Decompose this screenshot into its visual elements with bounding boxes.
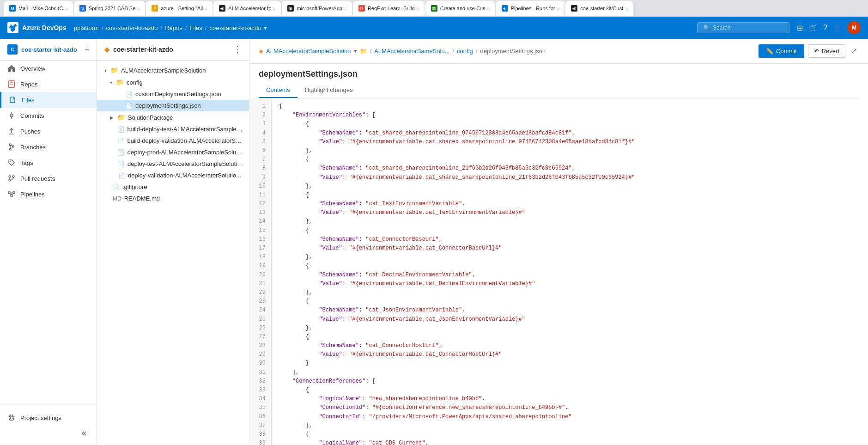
file-icon: 📄 bbox=[118, 126, 125, 133]
nav-item-project-settings[interactable]: Project settings bbox=[0, 410, 97, 426]
tree-item-alm-folder[interactable]: ▾ 📁 ALMAcceleratorSampleSolution bbox=[97, 64, 249, 76]
tab-pipelines[interactable]: ◈ Pipelines - Runs for... bbox=[496, 1, 565, 16]
file-icon: MD bbox=[113, 195, 121, 202]
chevron-right-icon: ▶ bbox=[110, 115, 114, 120]
cart-icon[interactable]: 🛒 bbox=[808, 24, 818, 32]
user-settings-icon[interactable]: 👤 bbox=[833, 24, 842, 32]
nav-item-tags[interactable]: Tags bbox=[0, 155, 97, 171]
file-icon: 📄 bbox=[118, 149, 125, 156]
tree-label-deploy-test: deploy-test-ALMAcceleratorSampleSolution… bbox=[127, 160, 243, 167]
user-avatar[interactable]: M bbox=[848, 21, 861, 34]
file-icon: 📄 bbox=[126, 103, 133, 109]
collapse-icon bbox=[81, 429, 89, 438]
breadcrumb-dropdown-icon[interactable]: ▾ bbox=[354, 48, 357, 55]
nav-label-commits: Commits bbox=[20, 112, 44, 119]
nav-label-files: Files bbox=[22, 97, 34, 104]
breadcrumb-subsection[interactable]: Files bbox=[189, 24, 202, 31]
tab-spring[interactable]: S Spring 2021 CAB Se... bbox=[74, 1, 146, 16]
breadcrumb-path1[interactable]: ALMAcceleratorSameSolu... bbox=[374, 48, 449, 55]
code-editor[interactable]: 1234567891011121314151617181920212223242… bbox=[249, 98, 868, 445]
breadcrumb-project[interactable]: coe-starter-kit-azdo bbox=[106, 24, 158, 31]
nav-item-pullrequests[interactable]: Pull requests bbox=[0, 171, 97, 186]
tree-item-build-deploy-validation[interactable]: 📄 build-deploy-validation-ALMAccelerator… bbox=[97, 135, 249, 146]
tree-item-deploy-validation[interactable]: 📄 deploy-validation-ALMAcceleratorSoluti… bbox=[97, 170, 249, 181]
breadcrumb-repo-link[interactable]: ALMAcceleratorSampleSolution bbox=[266, 48, 351, 55]
brand-logo[interactable]: Azure DevOps bbox=[7, 22, 67, 33]
code-line: { bbox=[279, 120, 861, 128]
project-name[interactable]: C coe-starter-kit-azdo bbox=[7, 44, 77, 55]
line-number: 15 bbox=[249, 226, 271, 235]
nav-item-files[interactable]: Files bbox=[0, 92, 97, 108]
line-number: 11 bbox=[249, 191, 271, 200]
breadcrumb-repo[interactable]: coe-starter-kit-azdo bbox=[209, 24, 261, 31]
file-icon: 📄 bbox=[118, 161, 125, 167]
code-line: "Value": "#{environmentvariable.cat_Conn… bbox=[279, 244, 861, 253]
tree-item-config-folder[interactable]: ▾ 📁 config bbox=[97, 76, 249, 88]
line-number: 28 bbox=[249, 341, 271, 350]
tab-highlight-changes[interactable]: Highlight changes bbox=[297, 83, 360, 98]
sidebar-collapse-button[interactable] bbox=[0, 426, 97, 441]
search-bar[interactable]: 🔍 Search bbox=[697, 22, 789, 33]
nav-item-commits[interactable]: Commits bbox=[0, 108, 97, 123]
more-options-icon[interactable]: ⋮ bbox=[233, 44, 242, 55]
nav-item-pipelines[interactable]: Pipelines bbox=[0, 186, 97, 202]
nav-item-repos[interactable]: Repos bbox=[0, 76, 97, 92]
tree-item-deploy-prod[interactable]: 📄 deploy-prod-ALMAcceleratorSampleSoluti… bbox=[97, 146, 249, 158]
file-tabs: Contents Highlight changes bbox=[259, 83, 859, 98]
breadcrumb-path2[interactable]: config bbox=[457, 48, 473, 55]
chevron-down-icon: ▾ bbox=[110, 80, 112, 85]
line-number: 4 bbox=[249, 129, 271, 138]
tab-alm[interactable]: ◉ ALM Accelerator fo... bbox=[213, 1, 281, 16]
tree-item-deployment-settings[interactable]: 📄 deploymentSettings.json bbox=[97, 100, 249, 111]
breadcrumb-org[interactable]: pplatform bbox=[74, 24, 99, 31]
file-icon: 📄 bbox=[117, 138, 124, 144]
line-number: 22 bbox=[249, 288, 271, 297]
chevron-down-icon: ▾ bbox=[104, 68, 107, 73]
nav-item-overview[interactable]: Overview bbox=[0, 61, 97, 76]
code-lines: { "EnvironmentVariables": [ { "SchemaNam… bbox=[272, 98, 868, 445]
gear-icon bbox=[7, 414, 16, 422]
code-line: "Value": "#{environmentvariable.cat_Text… bbox=[279, 208, 861, 217]
line-number: 9 bbox=[249, 173, 271, 182]
file-title: deploymentSettings.json bbox=[259, 69, 859, 79]
code-line: ], bbox=[279, 368, 861, 377]
tree-item-custom-deployment[interactable]: 📄 customDeploymentSettings.json bbox=[97, 88, 249, 100]
line-number: 27 bbox=[249, 333, 271, 341]
svg-rect-17 bbox=[11, 195, 12, 196]
add-project-button[interactable]: + bbox=[85, 45, 89, 54]
nav-item-pushes[interactable]: Pushes bbox=[0, 123, 97, 139]
tab-coe[interactable]: ◉ coe-starter-kit/Cust... bbox=[565, 1, 633, 16]
nav-label-overview: Overview bbox=[20, 65, 45, 72]
tree-item-gitignore[interactable]: 📄 .gitignore bbox=[97, 181, 249, 193]
tree-item-solutionpackage-folder[interactable]: ▶ 📁 SolutionPackage bbox=[97, 111, 249, 123]
tree-item-readme[interactable]: MD README.md bbox=[97, 193, 249, 204]
tab-mail[interactable]: M Mail - Mike Ochs (C... bbox=[4, 1, 73, 16]
tab-microsoft[interactable]: ◉ microsoft/PowerApp... bbox=[282, 1, 352, 16]
file-content-area: ◈ ALMAcceleratorSampleSolution ▾ 📁 / ALM… bbox=[249, 39, 868, 445]
tab-regex[interactable]: R RegExr: Learn, Build... bbox=[353, 1, 425, 16]
nav-label-pullrequests: Pull requests bbox=[20, 175, 55, 182]
tab-create[interactable]: ▦ Create and use Cus... bbox=[425, 1, 495, 16]
pipelines-icon bbox=[7, 190, 16, 198]
tab-contents[interactable]: Contents bbox=[259, 83, 297, 98]
breadcrumb-sep3: / bbox=[476, 48, 478, 55]
commit-button[interactable]: ✏️ Commit bbox=[759, 44, 804, 58]
grid-icon[interactable]: ⊞ bbox=[797, 24, 803, 32]
svg-rect-15 bbox=[8, 192, 10, 194]
tree-item-build-deploy-test[interactable]: 📄 build-deploy-test-ALMAcceleratorSample… bbox=[97, 123, 249, 135]
help-icon[interactable]: ? bbox=[823, 24, 827, 32]
breadcrumb-repo-chevron[interactable]: ▾ bbox=[264, 24, 267, 31]
expand-button[interactable]: ⤢ bbox=[849, 44, 859, 58]
breadcrumb-section[interactable]: Repos bbox=[165, 24, 182, 31]
code-line: "SchemaName": "cat_ConnectorHostUrl", bbox=[279, 341, 861, 350]
tab-azure[interactable]: A azure - Setting "All... bbox=[146, 1, 212, 16]
tab-title-microsoft: microsoft/PowerApp... bbox=[297, 6, 346, 11]
nav-item-branches[interactable]: Branches bbox=[0, 139, 97, 155]
code-line: "SchemaName": "cat_JsonEnvironmentVariab… bbox=[279, 306, 861, 315]
browser-tab-bar: M Mail - Mike Ochs (C... S Spring 2021 C… bbox=[0, 0, 868, 17]
revert-button[interactable]: ↶ Revert bbox=[808, 44, 845, 58]
code-line: } bbox=[279, 359, 861, 368]
tree-item-deploy-test[interactable]: 📄 deploy-test-ALMAcceleratorSampleSoluti… bbox=[97, 158, 249, 170]
repo-title: ◈ coe-starter-kit-azdo bbox=[104, 46, 173, 53]
code-line: { bbox=[279, 430, 861, 439]
